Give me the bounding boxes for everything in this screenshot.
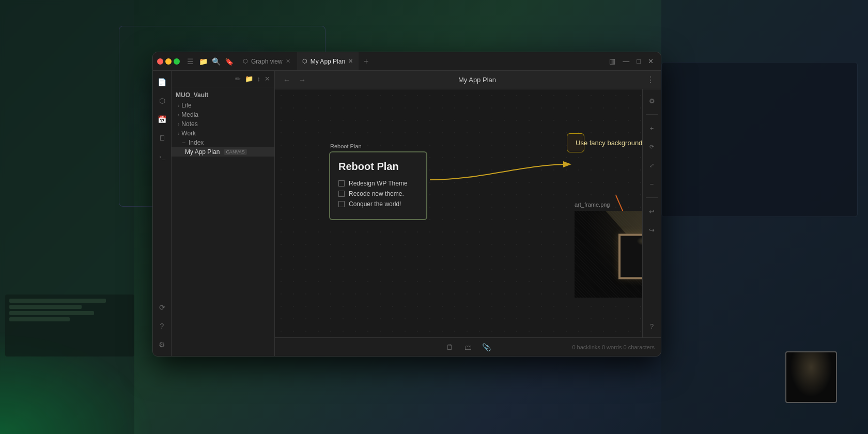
divider-2 bbox=[646, 197, 658, 198]
bottom-bar-center: 🗒 🗃 📎 bbox=[442, 340, 494, 354]
window-maximize-restore-button[interactable]: □ bbox=[634, 56, 643, 66]
sidebar-icon-graph[interactable]: ⬡ bbox=[155, 94, 169, 108]
redo-button[interactable]: ↪ bbox=[645, 223, 659, 237]
tree-label-my-app-plan: My App Plan bbox=[185, 148, 220, 156]
canvas-area[interactable]: Reboot Plan Reboot Plan Redesign WP Them… bbox=[275, 89, 642, 337]
fancy-bg-node[interactable]: Use fancy backgrounds! bbox=[567, 133, 584, 152]
task-checkbox-3[interactable] bbox=[338, 201, 345, 207]
art-frame-node[interactable]: art_frame.png bbox=[575, 211, 642, 298]
bg-small-panel bbox=[5, 295, 134, 357]
file-explorer-header: ✏ 📁 ↕ ✕ bbox=[172, 71, 274, 87]
tree-label-life: Life bbox=[181, 102, 191, 109]
new-note-card-button[interactable]: 🗒 bbox=[442, 340, 457, 354]
zoom-in-button[interactable]: + bbox=[645, 121, 659, 135]
canvas-bottom-bar: 🗒 🗃 📎 0 backlinks 0 words 0 characters bbox=[275, 337, 661, 356]
sidebar-bottom: ⟳ ? ⚙ bbox=[155, 300, 169, 352]
chevron-icon-notes: › bbox=[178, 121, 179, 127]
sidebar-icon-sync[interactable]: ⟳ bbox=[155, 300, 169, 315]
sidebar-icon-terminal[interactable]: ›_ bbox=[155, 149, 169, 164]
tab-add-button[interactable]: + bbox=[360, 57, 373, 66]
chevron-icon-work: › bbox=[178, 131, 179, 136]
task-checkbox-1[interactable] bbox=[338, 180, 345, 187]
collapse-button[interactable]: ✕ bbox=[264, 74, 271, 84]
tab-my-app-plan-label: My App Plan bbox=[311, 58, 345, 65]
tree-item-index[interactable]: − Index bbox=[172, 138, 274, 147]
help-button[interactable]: ? bbox=[645, 319, 659, 333]
tree-item-media[interactable]: › Media bbox=[172, 110, 274, 119]
task-text-3: Conquer the world! bbox=[349, 200, 401, 208]
fit-view-button[interactable]: ⤢ bbox=[645, 158, 659, 173]
art-thumbnail-bg bbox=[785, 351, 837, 403]
task-text-2: Recode new theme. bbox=[349, 190, 404, 197]
tree-item-work[interactable]: › Work bbox=[172, 129, 274, 138]
tabs-bar: ⬡ Graph view ✕ ⬡ My App Plan ✕ + bbox=[236, 52, 607, 70]
undo-button[interactable]: ↩ bbox=[645, 204, 659, 219]
sidebar-icon-pages[interactable]: 🗒 bbox=[155, 131, 169, 145]
close-button[interactable] bbox=[157, 58, 163, 65]
sidebar-icon-settings[interactable]: ⚙ bbox=[155, 337, 169, 352]
content-area: ← → My App Plan ⋮ bbox=[275, 71, 661, 356]
tree-label-notes: Notes bbox=[181, 120, 197, 128]
main-area: 📄 ⬡ 📅 🗒 ›_ ⟳ ? ⚙ ✏ 📁 ↕ ✕ MUO_Vault › bbox=[153, 71, 661, 356]
window-controls bbox=[153, 58, 184, 65]
tab-my-app-plan[interactable]: ⬡ My App Plan ✕ bbox=[297, 52, 359, 70]
tree-item-notes[interactable]: › Notes bbox=[172, 119, 274, 129]
left-sidebar: 📄 ⬡ 📅 🗒 ›_ ⟳ ? ⚙ bbox=[153, 71, 172, 356]
new-folder-button[interactable]: 📁 bbox=[244, 74, 254, 84]
reboot-plan-title: Reboot Plan bbox=[338, 161, 418, 173]
title-bar-right: ▥ — □ ✕ bbox=[607, 56, 661, 66]
art-frame-label: art_frame.png bbox=[575, 202, 610, 208]
content-toolbar: ← → My App Plan ⋮ bbox=[275, 71, 661, 89]
bg-right-panel-window bbox=[661, 62, 858, 217]
forward-button[interactable]: → bbox=[297, 75, 308, 85]
sidebar-toggle-button[interactable]: ☰ bbox=[184, 57, 197, 66]
bookmark-button[interactable]: 🔖 bbox=[223, 57, 236, 66]
properties-button[interactable]: ⚙ bbox=[645, 94, 659, 108]
layout-toggle-button[interactable]: ▥ bbox=[607, 56, 617, 66]
frame-light bbox=[637, 236, 642, 246]
tab-graph-view-close[interactable]: ✕ bbox=[286, 58, 290, 65]
content-title: My App Plan bbox=[312, 76, 642, 84]
tab-my-app-plan-close[interactable]: ✕ bbox=[348, 58, 353, 65]
embed-file-button[interactable]: 📎 bbox=[479, 340, 494, 354]
chevron-icon-life: › bbox=[178, 103, 179, 109]
task-checkbox-2[interactable] bbox=[338, 191, 345, 197]
right-panel: ⚙ + ⟳ ⤢ − ↩ ↪ ? bbox=[642, 89, 661, 337]
obsidian-window: ☰ 📁 🔍 🔖 ⬡ Graph view ✕ ⬡ My App Plan ✕ +… bbox=[152, 52, 661, 357]
tree-label-index: Index bbox=[189, 139, 204, 146]
maximize-button[interactable] bbox=[174, 58, 180, 65]
tab-graph-view[interactable]: ⬡ Graph view ✕ bbox=[238, 52, 296, 70]
art-frame-inner bbox=[575, 211, 642, 298]
content-more-button[interactable]: ⋮ bbox=[646, 75, 655, 85]
new-media-card-button[interactable]: 🗃 bbox=[461, 340, 475, 354]
tree-label-media: Media bbox=[181, 111, 198, 118]
search-button[interactable]: 🔍 bbox=[210, 57, 223, 66]
sort-button[interactable]: ↕ bbox=[256, 74, 262, 84]
reboot-plan-node[interactable]: Reboot Plan Reboot Plan Redesign WP Them… bbox=[329, 151, 427, 220]
vault-root[interactable]: MUO_Vault bbox=[172, 89, 274, 101]
tree-item-my-app-plan[interactable]: My App Plan CANVAS bbox=[172, 147, 274, 157]
new-note-button[interactable]: ✏ bbox=[234, 74, 242, 84]
sidebar-icon-files[interactable]: 📄 bbox=[155, 75, 169, 89]
window-close-title-button[interactable]: ✕ bbox=[646, 56, 656, 66]
dash-icon-index: − bbox=[182, 139, 185, 146]
minimize-button[interactable] bbox=[165, 58, 172, 65]
reset-zoom-button[interactable]: ⟳ bbox=[645, 140, 659, 154]
zoom-out-button[interactable]: − bbox=[645, 177, 659, 191]
divider bbox=[646, 114, 658, 115]
task-item-2: Recode new theme. bbox=[338, 190, 418, 197]
canvas-badge: CANVAS bbox=[224, 149, 246, 155]
reboot-plan-label: Reboot Plan bbox=[330, 143, 362, 149]
task-item-3: Conquer the world! bbox=[338, 200, 418, 208]
tree-item-life[interactable]: › Life bbox=[172, 101, 274, 110]
file-explorer: ✏ 📁 ↕ ✕ MUO_Vault › Life › Media › Notes bbox=[172, 71, 275, 356]
fancy-bg-text: Use fancy backgrounds! bbox=[576, 139, 642, 147]
back-button[interactable]: ← bbox=[281, 75, 292, 85]
window-minimize-button[interactable]: — bbox=[621, 56, 631, 66]
sidebar-icon-calendar[interactable]: 📅 bbox=[155, 112, 169, 127]
sidebar-icon-help[interactable]: ? bbox=[155, 319, 169, 333]
task-item-1: Redesign WP Theme bbox=[338, 180, 418, 187]
file-tree: MUO_Vault › Life › Media › Notes › Work bbox=[172, 87, 274, 356]
open-file-button[interactable]: 📁 bbox=[197, 57, 210, 66]
canvas-container: Reboot Plan Reboot Plan Redesign WP Them… bbox=[275, 89, 661, 337]
